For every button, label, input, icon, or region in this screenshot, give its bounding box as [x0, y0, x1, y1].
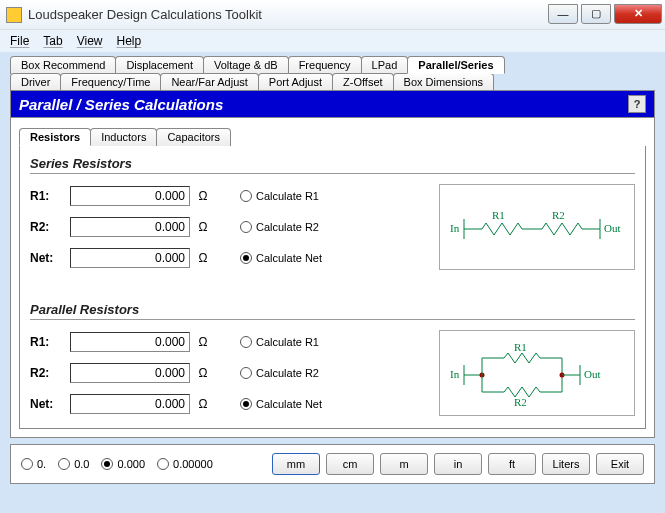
parallel-calc-r1-radio[interactable] [240, 336, 252, 348]
footer-bar: 0. 0.0 0.000 0.00000 mm cm m in ft Liter… [10, 444, 655, 484]
precision-1-radio[interactable] [58, 458, 70, 470]
menu-view[interactable]: View [77, 34, 103, 48]
series-calc-r2-label: Calculate R2 [256, 221, 319, 233]
menu-file[interactable]: File [10, 34, 29, 48]
series-net-unit: Ω [194, 251, 212, 265]
parallel-out-text: Out [584, 368, 601, 380]
tab-driver[interactable]: Driver [10, 73, 61, 90]
parallel-r1-label: R1: [30, 335, 66, 349]
parallel-r2-input[interactable] [70, 363, 190, 383]
parallel-r2-text: R2 [514, 396, 527, 408]
parallel-title: Parallel Resistors [30, 302, 635, 320]
exit-button[interactable]: Exit [596, 453, 644, 475]
precision-0-label: 0. [37, 458, 46, 470]
tab-frequency-time[interactable]: Frequency/Time [60, 73, 161, 90]
series-calc-net-radio[interactable] [240, 252, 252, 264]
precision-1-label: 0.0 [74, 458, 89, 470]
parallel-r2-unit: Ω [194, 366, 212, 380]
unit-m-button[interactable]: m [380, 453, 428, 475]
menu-help[interactable]: Help [117, 34, 142, 48]
subtab-inductors[interactable]: Inductors [90, 128, 157, 146]
series-in-text: In [450, 222, 460, 234]
series-r2-text: R2 [552, 209, 565, 221]
precision-3-label: 0.00000 [173, 458, 213, 470]
app-icon [6, 7, 22, 23]
series-r1-input[interactable] [70, 186, 190, 206]
parallel-r2-label: R2: [30, 366, 66, 380]
panel-title: Parallel / Series Calculations [19, 96, 223, 113]
tab-box-dimensions[interactable]: Box Dimensions [393, 73, 494, 90]
series-out-text: Out [604, 222, 621, 234]
help-button[interactable]: ? [628, 95, 646, 113]
parallel-r1-input[interactable] [70, 332, 190, 352]
panel-title-bar: Parallel / Series Calculations ? [10, 90, 655, 118]
tab-lpad[interactable]: LPad [361, 56, 409, 74]
series-r1-label: R1: [30, 189, 66, 203]
subtab-resistors[interactable]: Resistors [19, 128, 91, 146]
tab-z-offset[interactable]: Z-Offset [332, 73, 394, 90]
parallel-calc-net-radio[interactable] [240, 398, 252, 410]
tab-parallel-series[interactable]: Parallel/Series [407, 56, 504, 74]
menubar: File Tab View Help [0, 30, 665, 52]
parallel-diagram: In R1 R2 [439, 330, 635, 416]
parallel-calc-r2-radio[interactable] [240, 367, 252, 379]
minimize-button[interactable]: — [548, 4, 578, 24]
parallel-net-label: Net: [30, 397, 66, 411]
close-button[interactable]: ✕ [614, 4, 662, 24]
series-r1-text: R1 [492, 209, 505, 221]
precision-2-label: 0.000 [117, 458, 145, 470]
subtab-row: Resistors Inductors Capacitors [19, 128, 646, 146]
series-diagram: In R1 R2 Out [439, 184, 635, 270]
unit-mm-button[interactable]: mm [272, 453, 320, 475]
precision-0-radio[interactable] [21, 458, 33, 470]
series-r1-unit: Ω [194, 189, 212, 203]
unit-liters-button[interactable]: Liters [542, 453, 590, 475]
menu-tab[interactable]: Tab [43, 34, 62, 48]
parallel-net-input[interactable] [70, 394, 190, 414]
parallel-r1-text: R1 [514, 341, 527, 353]
tab-row-2: Driver Frequency/Time Near/Far Adjust Po… [10, 73, 655, 90]
tab-displacement[interactable]: Displacement [115, 56, 204, 74]
parallel-net-unit: Ω [194, 397, 212, 411]
parallel-in-text: In [450, 368, 460, 380]
series-calc-r1-radio[interactable] [240, 190, 252, 202]
parallel-calc-r2-label: Calculate R2 [256, 367, 319, 379]
series-net-label: Net: [30, 251, 66, 265]
unit-in-button[interactable]: in [434, 453, 482, 475]
series-r2-unit: Ω [194, 220, 212, 234]
tab-box-recommend[interactable]: Box Recommend [10, 56, 116, 74]
parallel-calc-r1-label: Calculate R1 [256, 336, 319, 348]
series-calc-r2-radio[interactable] [240, 221, 252, 233]
series-calc-r1-label: Calculate R1 [256, 190, 319, 202]
series-title: Series Resistors [30, 156, 635, 174]
series-r2-input[interactable] [70, 217, 190, 237]
parallel-calc-net-label: Calculate Net [256, 398, 322, 410]
unit-ft-button[interactable]: ft [488, 453, 536, 475]
titlebar: Loudspeaker Design Calculations Toolkit … [0, 0, 665, 30]
series-calc-net-label: Calculate Net [256, 252, 322, 264]
tab-frequency[interactable]: Frequency [288, 56, 362, 74]
tab-voltage-db[interactable]: Voltage & dB [203, 56, 289, 74]
tab-port-adjust[interactable]: Port Adjust [258, 73, 333, 90]
tab-near-far[interactable]: Near/Far Adjust [160, 73, 258, 90]
subtab-capacitors[interactable]: Capacitors [156, 128, 231, 146]
unit-cm-button[interactable]: cm [326, 453, 374, 475]
precision-2-radio[interactable] [101, 458, 113, 470]
window-title: Loudspeaker Design Calculations Toolkit [28, 7, 548, 22]
maximize-button[interactable]: ▢ [581, 4, 611, 24]
series-r2-label: R2: [30, 220, 66, 234]
parallel-r1-unit: Ω [194, 335, 212, 349]
series-net-input[interactable] [70, 248, 190, 268]
precision-3-radio[interactable] [157, 458, 169, 470]
tab-row-1: Box Recommend Displacement Voltage & dB … [10, 56, 655, 74]
